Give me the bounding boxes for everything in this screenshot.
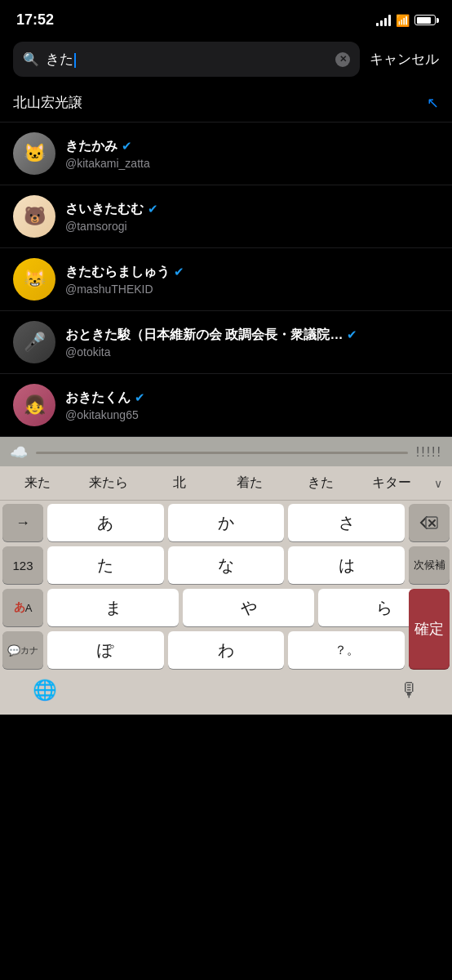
list-item[interactable]: 👧 おきたくん ✔ @okitakung65	[0, 374, 452, 437]
user-name: さいきたむむ	[65, 201, 144, 218]
list-item[interactable]: 🐱 きたかみ ✔ @kitakami_zatta	[0, 122, 452, 185]
ma-key[interactable]: ま	[47, 589, 179, 626]
aa-key[interactable]: あA	[2, 589, 43, 626]
user-name: おときた駿（日本維新の会 政調会長・衆議院…	[65, 327, 343, 344]
list-item[interactable]: 🐻 さいきたむむ ✔ @tamsorogi	[0, 185, 452, 248]
verified-badge-icon: ✔	[135, 390, 145, 405]
user-info: さいきたむむ ✔ @tamsorogi	[65, 201, 439, 233]
user-name: きたむらましゅう	[65, 264, 170, 281]
user-handle: @okitakung65	[65, 408, 439, 421]
toolbar-divider	[36, 452, 408, 454]
keyboard-row-2: 123 た な は 次候補	[2, 546, 450, 584]
user-list: 🐱 きたかみ ✔ @kitakami_zatta 🐻 さいきたむむ ✔ @tam…	[0, 122, 452, 437]
keyboard-row-4: 💬 カナ ぽ わ ？。	[2, 631, 450, 669]
next-candidate-key[interactable]: 次候補	[409, 546, 450, 584]
search-input[interactable]: きた	[46, 50, 329, 69]
verified-badge-icon: ✔	[122, 139, 132, 154]
verified-badge-icon: ✔	[148, 202, 158, 216]
microphone-icon[interactable]: 🎙	[400, 679, 419, 702]
suggestion-text: 北山宏光譲	[13, 93, 82, 112]
status-time: 17:52	[16, 11, 54, 29]
keyboard-bottom-bar: 🌐 🎙	[0, 672, 452, 715]
keyboard-suggestion[interactable]: 来た	[3, 471, 73, 495]
keyboard-row-1: → あ か さ	[2, 504, 450, 541]
numbers-key[interactable]: 123	[2, 546, 43, 584]
cloud-icon: ☁️	[10, 443, 28, 461]
cancel-button[interactable]: キャンセル	[370, 50, 439, 69]
keyboard-suggestion-bar: 来た 来たら 北 着た きた キター ∨	[0, 466, 452, 501]
avatar: 👧	[13, 384, 55, 426]
user-handle: @otokita	[65, 345, 439, 359]
keyboard-area: ☁️ !!!!! 来た 来たら 北 着た きた キター ∨ → あ か さ	[0, 437, 452, 715]
keyboard-suggestion[interactable]: キター	[357, 471, 426, 495]
search-bar[interactable]: 🔍 きた ✕	[13, 42, 360, 77]
clear-search-button[interactable]: ✕	[335, 52, 350, 67]
row-3-4-group: あA ま や ら 確定 💬 カナ ぽ わ ？。	[2, 589, 450, 669]
ya-key[interactable]: や	[183, 589, 314, 626]
search-bar-container: 🔍 きた ✕ キャンセル	[0, 35, 452, 83]
keyboard-suggestion[interactable]: 北	[144, 471, 214, 495]
wa-key[interactable]: わ	[168, 631, 285, 669]
avatar: 🐻	[13, 195, 55, 238]
user-info: おときた駿（日本維新の会 政調会長・衆議院… ✔ @otokita	[65, 327, 439, 359]
ha-key[interactable]: は	[288, 546, 405, 584]
status-bar: 17:52 📶	[0, 0, 452, 35]
battery-icon	[414, 15, 436, 25]
keyboard-suggestion[interactable]: 着た	[215, 471, 285, 495]
punctuation-key[interactable]: ？。	[288, 631, 405, 669]
user-name: おきたくん	[65, 390, 131, 407]
ta-key[interactable]: た	[47, 546, 164, 584]
ka-key[interactable]: か	[168, 504, 285, 541]
user-handle: @tamsorogi	[65, 220, 439, 233]
status-icons: 📶	[376, 14, 436, 27]
toolbar-marks: !!!!!	[416, 445, 442, 460]
user-handle: @mashuTHEKID	[65, 283, 439, 296]
suggestion-row[interactable]: 北山宏光譲 ↖	[0, 83, 452, 122]
keyboard-rows: → あ か さ 123 た な は 次候補	[0, 501, 452, 672]
keyboard-suggestion[interactable]: きた	[286, 471, 356, 495]
sa-key[interactable]: さ	[288, 504, 405, 541]
keyboard-toolbar: ☁️ !!!!!	[0, 437, 452, 466]
signal-bars-icon	[376, 15, 391, 26]
avatar: 🐱	[13, 132, 55, 175]
avatar: 😸	[13, 258, 55, 301]
wifi-icon: 📶	[396, 14, 410, 27]
user-info: おきたくん ✔ @okitakung65	[65, 390, 439, 421]
globe-icon[interactable]: 🌐	[33, 679, 57, 702]
search-icon: 🔍	[23, 51, 39, 67]
na-key[interactable]: な	[168, 546, 285, 584]
list-item[interactable]: 🎤 おときた駿（日本維新の会 政調会長・衆議院… ✔ @otokita	[0, 311, 452, 374]
verified-badge-icon: ✔	[347, 327, 357, 342]
po-key[interactable]: ぽ	[47, 631, 164, 669]
keyboard-suggestion[interactable]: 来たら	[74, 471, 144, 495]
arrow-key[interactable]: →	[2, 504, 43, 541]
suggestion-arrow-icon: ↖	[427, 94, 439, 112]
user-name: きたかみ	[65, 138, 117, 155]
expand-suggestions-button[interactable]: ∨	[428, 474, 449, 493]
user-handle: @kitakami_zatta	[65, 157, 439, 170]
confirm-key[interactable]: 確定	[409, 589, 450, 669]
verified-badge-icon: ✔	[174, 265, 184, 279]
avatar: 🎤	[13, 321, 55, 363]
kana-key[interactable]: 💬 カナ	[2, 631, 43, 669]
a-key[interactable]: あ	[47, 504, 164, 541]
backspace-key[interactable]	[409, 504, 450, 541]
list-item[interactable]: 😸 きたむらましゅう ✔ @mashuTHEKID	[0, 248, 452, 311]
user-info: きたむらましゅう ✔ @mashuTHEKID	[65, 264, 439, 296]
user-info: きたかみ ✔ @kitakami_zatta	[65, 138, 439, 170]
keyboard-row-3: あA ま や ら 確定	[2, 589, 450, 626]
